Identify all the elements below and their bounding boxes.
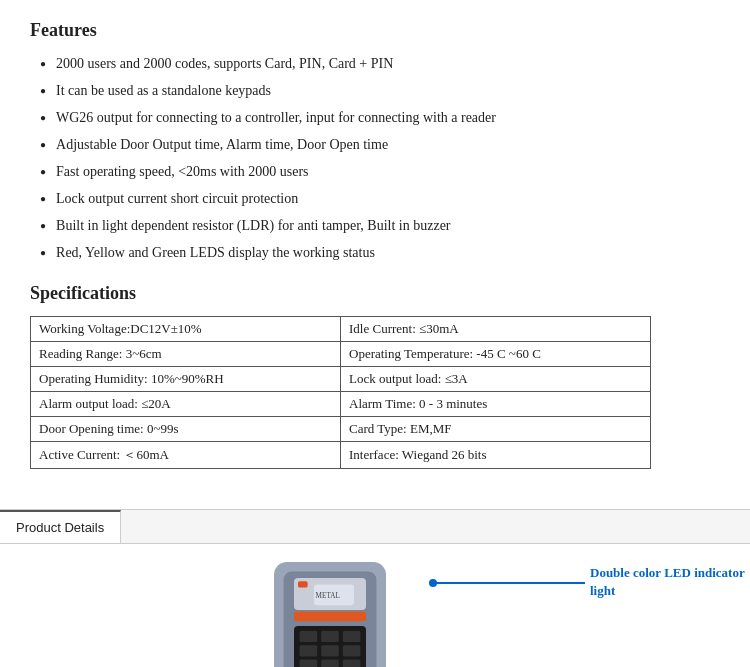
table-cell: Reading Range: 3~6cm bbox=[31, 342, 341, 367]
list-item: Built in light dependent resistor (LDR) … bbox=[40, 215, 720, 236]
annotation-arrow-line bbox=[435, 582, 585, 584]
svg-rect-13 bbox=[321, 660, 339, 667]
table-cell: Alarm Time: 0 - 3 minutes bbox=[341, 392, 651, 417]
svg-rect-3 bbox=[298, 581, 308, 587]
table-row: Active Current: ＜60mAInterface: Wiegand … bbox=[31, 442, 651, 469]
features-list: 2000 users and 2000 codes, supports Card… bbox=[30, 53, 720, 263]
list-item: Fast operating speed, <20ms with 2000 us… bbox=[40, 161, 720, 182]
list-item: Adjustable Door Output time, Alarm time,… bbox=[40, 134, 720, 155]
table-cell: Idle Current: ≤30mA bbox=[341, 317, 651, 342]
table-cell: Door Opening time: 0~99s bbox=[31, 417, 341, 442]
table-row: Door Opening time: 0~99sCard Type: EM,MF bbox=[31, 417, 651, 442]
specs-table: Working Voltage:DC12V±10%Idle Current: ≤… bbox=[30, 316, 651, 469]
svg-rect-7 bbox=[321, 631, 339, 642]
svg-rect-14 bbox=[343, 660, 361, 667]
table-cell: Interface: Wiegand 26 bits bbox=[341, 442, 651, 469]
svg-rect-10 bbox=[321, 645, 339, 656]
svg-rect-8 bbox=[343, 631, 361, 642]
list-item: Red, Yellow and Green LEDS display the w… bbox=[40, 242, 720, 263]
table-cell: Alarm output load: ≤20A bbox=[31, 392, 341, 417]
specifications-title: Specifications bbox=[30, 283, 720, 304]
table-cell: Operating Temperature: -45 C ~60 C bbox=[341, 342, 651, 367]
annotation-box: Double color LED indicator light bbox=[590, 564, 745, 600]
svg-rect-11 bbox=[343, 645, 361, 656]
list-item: WG26 output for connecting to a controll… bbox=[40, 107, 720, 128]
table-cell: Active Current: ＜60mA bbox=[31, 442, 341, 469]
table-cell: Lock output load: ≤3A bbox=[341, 367, 651, 392]
keypad-svg: * 0 # METAL bbox=[220, 554, 440, 667]
main-content: Features 2000 users and 2000 codes, supp… bbox=[0, 0, 750, 499]
svg-rect-4 bbox=[294, 612, 366, 622]
product-details-tab[interactable]: Product Details bbox=[0, 509, 750, 544]
svg-text:METAL: METAL bbox=[316, 592, 340, 600]
list-item: 2000 users and 2000 codes, supports Card… bbox=[40, 53, 720, 74]
product-image-section: * 0 # METAL Double color LED indicator l… bbox=[0, 544, 750, 667]
list-item: It can be used as a standalone keypads bbox=[40, 80, 720, 101]
svg-rect-9 bbox=[300, 645, 318, 656]
table-row: Reading Range: 3~6cmOperating Temperatur… bbox=[31, 342, 651, 367]
table-row: Operating Humidity: 10%~90%RHLock output… bbox=[31, 367, 651, 392]
list-item: Lock output current short circuit protec… bbox=[40, 188, 720, 209]
annotation-text: Double color LED indicator light bbox=[590, 565, 744, 598]
svg-rect-12 bbox=[300, 660, 318, 667]
tab-product-details[interactable]: Product Details bbox=[0, 510, 121, 543]
svg-rect-6 bbox=[300, 631, 318, 642]
table-cell: Operating Humidity: 10%~90%RH bbox=[31, 367, 341, 392]
table-cell: Working Voltage:DC12V±10% bbox=[31, 317, 341, 342]
table-cell: Card Type: EM,MF bbox=[341, 417, 651, 442]
table-row: Working Voltage:DC12V±10%Idle Current: ≤… bbox=[31, 317, 651, 342]
features-title: Features bbox=[30, 20, 720, 41]
table-row: Alarm output load: ≤20AAlarm Time: 0 - 3… bbox=[31, 392, 651, 417]
